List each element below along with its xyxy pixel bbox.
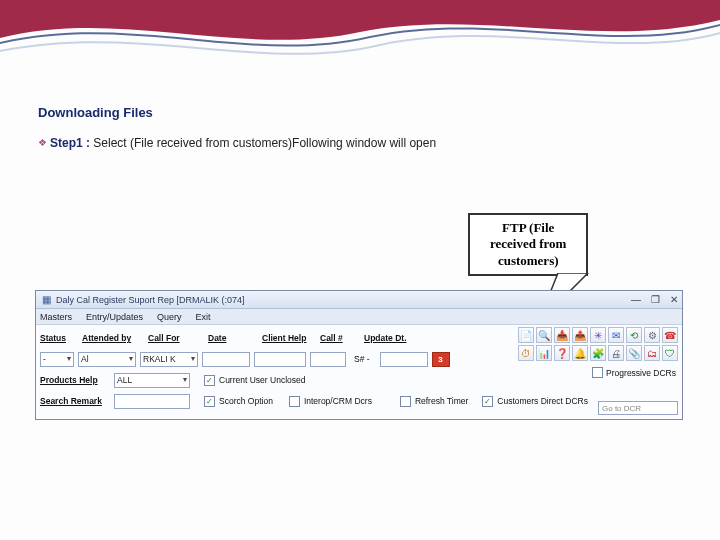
products-select[interactable]: ALL <box>114 373 190 388</box>
status-select[interactable]: - <box>40 352 74 367</box>
step-text: Select (File received from customers)Fol… <box>90 136 436 150</box>
currentuser-label: Current User Unclosed <box>219 375 305 385</box>
toolbar-btn-3[interactable]: 📥 <box>554 327 570 343</box>
toolbar-btn-7[interactable]: ⟲ <box>626 327 642 343</box>
label-products: Products Help <box>40 375 110 385</box>
window-title: Daly Cal Register Suport Rep [DRMALIK (:… <box>56 295 627 305</box>
menu-query[interactable]: Query <box>157 312 182 322</box>
titlebar: ▦ Daly Cal Register Suport Rep [DRMALIK … <box>36 291 682 309</box>
refresh-checkbox[interactable] <box>400 396 411 407</box>
callout-line1: FTP (File <box>490 220 566 236</box>
menu-entry-updates[interactable]: Entry/Updates <box>86 312 143 322</box>
interop-label: Interop/CRM Dcrs <box>304 396 372 406</box>
slide-title: Downloading Files <box>38 105 690 120</box>
label-search: Search Remark <box>40 396 110 406</box>
decorative-wave <box>0 0 720 80</box>
label-call: Call # <box>320 333 360 343</box>
interop-checkbox[interactable] <box>289 396 300 407</box>
callout-line3: customers) <box>490 253 566 269</box>
toolbar-btn-15[interactable]: 🖨 <box>608 345 624 361</box>
sr-label: S# - <box>354 354 370 364</box>
toolbar-btn-13[interactable]: 🔔 <box>572 345 588 361</box>
toolbar-btn-17[interactable]: 🗂 <box>644 345 660 361</box>
right-checks: Progressive DCRs <box>592 367 676 378</box>
scrch-checkbox[interactable]: ✓ <box>204 396 215 407</box>
toolbar-btn-5[interactable]: ✳ <box>590 327 606 343</box>
call-input[interactable] <box>310 352 346 367</box>
currentuser-checkbox[interactable]: ✓ <box>204 375 215 386</box>
label-status: Status <box>40 333 78 343</box>
toolbar-btn-18[interactable]: 🛡 <box>662 345 678 361</box>
maximize-button[interactable]: ❐ <box>651 294 660 305</box>
search-input[interactable] <box>114 394 190 409</box>
toolbar-btn-8[interactable]: ⚙ <box>644 327 660 343</box>
menubar: Masters Entry/Updates Query Exit <box>36 309 682 325</box>
app-content: 📄 🔍 📥 📤 ✳ ✉ ⟲ ⚙ ☎ ⏱ 📊 ❓ 🔔 🧩 🖨 📎 🗂 🛡 Stat… <box>36 325 682 419</box>
label-attended: Attended by <box>82 333 144 343</box>
toolbar-btn-11[interactable]: 📊 <box>536 345 552 361</box>
app-window: ▦ Daly Cal Register Suport Rep [DRMALIK … <box>35 290 683 420</box>
toolbar-btn-6[interactable]: ✉ <box>608 327 624 343</box>
toolbar-btn-10[interactable]: ⏱ <box>518 345 534 361</box>
progressive-checkbox[interactable] <box>592 367 603 378</box>
minimize-button[interactable]: — <box>631 294 641 305</box>
updatedt-input[interactable] <box>380 352 428 367</box>
toolbar-btn-16[interactable]: 📎 <box>626 345 642 361</box>
step-label: Step1 : <box>50 136 90 150</box>
goto-dcr-input[interactable]: Go to DCR <box>598 401 678 415</box>
label-date: Date <box>208 333 258 343</box>
toolbar-btn-2[interactable]: 🔍 <box>536 327 552 343</box>
label-updatedt: Update Dt. <box>364 333 418 343</box>
toolbar-btn-1[interactable]: 📄 <box>518 327 534 343</box>
refresh-label: Refresh Timer <box>415 396 468 406</box>
custdirect-label: Customers Direct DCRs <box>497 396 588 406</box>
label-callfor: Call For <box>148 333 204 343</box>
menu-exit[interactable]: Exit <box>196 312 211 322</box>
attended-select[interactable]: Al <box>78 352 136 367</box>
toolbar-btn-14[interactable]: 🧩 <box>590 345 606 361</box>
callout: FTP (File received from customers) <box>468 213 588 276</box>
progressive-label: Progressive DCRs <box>606 368 676 378</box>
date-input[interactable] <box>202 352 250 367</box>
red-count-button[interactable]: 3 <box>432 352 450 367</box>
toolbar: 📄 🔍 📥 📤 ✳ ✉ ⟲ ⚙ ☎ ⏱ 📊 ❓ 🔔 🧩 🖨 📎 🗂 🛡 <box>518 327 678 361</box>
scrch-label: Scorch Option <box>219 396 273 406</box>
menu-masters[interactable]: Masters <box>40 312 72 322</box>
step-line: ❖Step1 : Select (File received from cust… <box>38 136 690 150</box>
app-icon: ▦ <box>40 294 52 306</box>
label-clienthelp: Client Help <box>262 333 316 343</box>
callout-line2: received from <box>490 236 566 252</box>
callfor-select[interactable]: RKALI K <box>140 352 198 367</box>
close-button[interactable]: ✕ <box>670 294 678 305</box>
bullet-icon: ❖ <box>38 137 47 148</box>
toolbar-btn-9[interactable]: ☎ <box>662 327 678 343</box>
toolbar-btn-12[interactable]: ❓ <box>554 345 570 361</box>
custdirect-checkbox[interactable]: ✓ <box>482 396 493 407</box>
toolbar-btn-4[interactable]: 📤 <box>572 327 588 343</box>
clienthelp-input[interactable] <box>254 352 306 367</box>
